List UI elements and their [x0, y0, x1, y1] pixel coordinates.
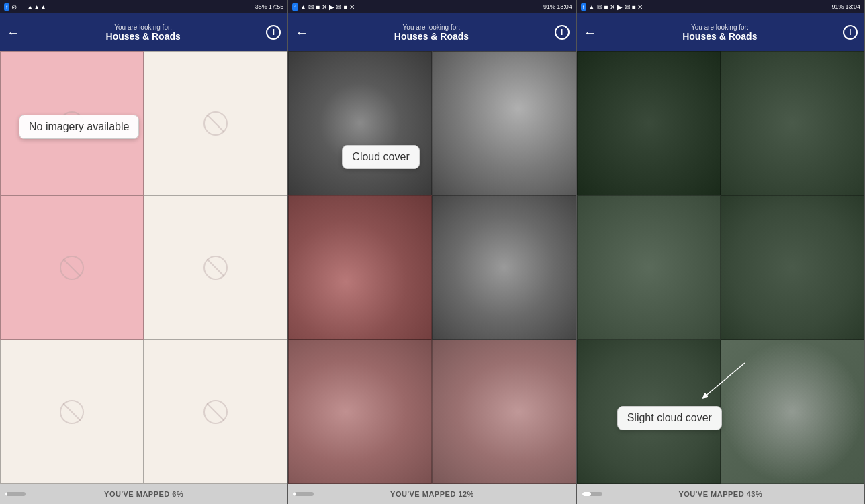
- tile-1-5[interactable]: [0, 340, 144, 484]
- tile-2-5[interactable]: [288, 340, 432, 484]
- tile-2-1[interactable]: [288, 51, 432, 195]
- tile-2-3[interactable]: [288, 195, 432, 340]
- back-button-1[interactable]: ←: [7, 25, 20, 40]
- back-button-2[interactable]: ←: [295, 25, 308, 40]
- battery-level-2: 91%: [543, 3, 555, 10]
- time-2: 13:04: [557, 3, 572, 10]
- status-right-1: 35% 17:55: [255, 3, 284, 10]
- no-imagery-text: No imagery available: [29, 121, 129, 132]
- status-icons-left-3: f ▲ ✉ ■ ✕ ▶ ✉ ■ ✕: [581, 3, 643, 11]
- mapped-label-2: YOU'VE MAPPED 12%: [390, 490, 474, 498]
- map-area-3: Slight cloud cover: [577, 51, 864, 484]
- footer-2: YOU'VE MAPPED 12%: [288, 484, 576, 504]
- header-subtitle-3: You are looking for:: [597, 23, 843, 31]
- status-icons-left-2: f ▲ ✉ ■ ✕ ▶ ✉ ■ ✕: [292, 3, 355, 11]
- header-subtitle-1: You are looking for:: [20, 23, 266, 31]
- panel-3: f ▲ ✉ ■ ✕ ▶ ✉ ■ ✕ 91% 13:04 ← You are lo…: [577, 0, 865, 504]
- cloud-cover-text: Cloud cover: [352, 151, 409, 162]
- status-bar-3: f ▲ ✉ ■ ✕ ▶ ✉ ■ ✕ 91% 13:04: [577, 0, 864, 13]
- status-right-3: 91% 13:04: [831, 3, 860, 10]
- status-bar-1: f ⊘ ☰ ▲▲▲ 35% 17:55: [0, 0, 287, 13]
- battery-level-1: 35%: [255, 3, 267, 10]
- tile-2-2[interactable]: [432, 51, 576, 195]
- no-imagery-label: No imagery available: [19, 115, 139, 139]
- tile-2-4[interactable]: [432, 195, 576, 340]
- mapped-label-3: YOU'VE MAPPED 43%: [678, 490, 762, 498]
- header-center-2: You are looking for: Houses & Roads: [308, 23, 554, 42]
- time-3: 13:04: [845, 3, 860, 10]
- info-button-3[interactable]: i: [843, 25, 858, 40]
- header-center-1: You are looking for: Houses & Roads: [20, 23, 266, 42]
- tile-3-4[interactable]: [721, 195, 864, 340]
- info-button-1[interactable]: i: [266, 25, 281, 40]
- progress-bar-3: [582, 492, 602, 496]
- tile-1-6[interactable]: [144, 340, 287, 484]
- panel-1: f ⊘ ☰ ▲▲▲ 35% 17:55 ← You are looking fo…: [0, 0, 288, 504]
- slight-cloud-label: Slight cloud cover: [617, 406, 722, 430]
- battery-level-3: 91%: [831, 3, 844, 10]
- back-button-3[interactable]: ←: [584, 25, 597, 40]
- header-title-2: Houses & Roads: [308, 31, 554, 42]
- fb-icon-2: f: [292, 3, 298, 11]
- header-title-3: Houses & Roads: [597, 31, 843, 42]
- header-3: ← You are looking for: Houses & Roads i: [577, 13, 864, 51]
- header-subtitle-2: You are looking for:: [308, 23, 554, 31]
- map-area-2: Cloud cover: [288, 51, 576, 484]
- tile-1-4[interactable]: [144, 195, 287, 340]
- status-right-2: 91% 13:04: [543, 3, 572, 10]
- mapped-label-1: YOU'VE MAPPED 6%: [104, 490, 183, 498]
- footer-3: YOU'VE MAPPED 43%: [577, 484, 864, 504]
- status-icon-signal: ⊘ ☰ ▲▲▲: [11, 3, 46, 11]
- footer-1: YOU'VE MAPPED 6%: [0, 484, 287, 504]
- panel-2: f ▲ ✉ ■ ✕ ▶ ✉ ■ ✕ 91% 13:04 ← You are lo…: [288, 0, 576, 504]
- tile-3-1[interactable]: [577, 51, 721, 195]
- tile-1-2[interactable]: [144, 51, 287, 195]
- progress-bar-1: [5, 492, 26, 496]
- map-area-1: No imagery available: [0, 51, 287, 484]
- tile-3-2[interactable]: [721, 51, 864, 195]
- progress-fill-2: [293, 492, 296, 496]
- time-1: 17:55: [269, 3, 284, 10]
- header-2: ← You are looking for: Houses & Roads i: [288, 13, 576, 51]
- tile-1-3[interactable]: [0, 195, 144, 340]
- status-icons-left: f ⊘ ☰ ▲▲▲: [4, 3, 46, 11]
- status-bar-2: f ▲ ✉ ■ ✕ ▶ ✉ ■ ✕ 91% 13:04: [288, 0, 576, 13]
- cloud-cover-label: Cloud cover: [342, 145, 419, 169]
- fb-icon-3: f: [581, 3, 586, 11]
- header-center-3: You are looking for: Houses & Roads: [597, 23, 843, 42]
- progress-fill-3: [582, 492, 591, 496]
- tile-3-3[interactable]: [577, 195, 721, 340]
- slight-cloud-text: Slight cloud cover: [627, 412, 712, 423]
- status-icon-3: ▲ ✉ ■ ✕ ▶ ✉ ■ ✕: [588, 3, 643, 11]
- fb-icon: f: [4, 3, 9, 11]
- progress-bar-2: [293, 492, 314, 496]
- status-icon-2: ▲ ✉ ■ ✕ ▶ ✉ ■ ✕: [300, 3, 355, 11]
- progress-fill-1: [5, 492, 7, 496]
- header-1: ← You are looking for: Houses & Roads i: [0, 13, 287, 51]
- header-title-1: Houses & Roads: [20, 31, 266, 42]
- info-button-2[interactable]: i: [555, 25, 570, 40]
- tile-grid-2: [288, 51, 576, 484]
- tile-2-6[interactable]: [432, 340, 576, 484]
- tile-3-6[interactable]: [721, 340, 864, 484]
